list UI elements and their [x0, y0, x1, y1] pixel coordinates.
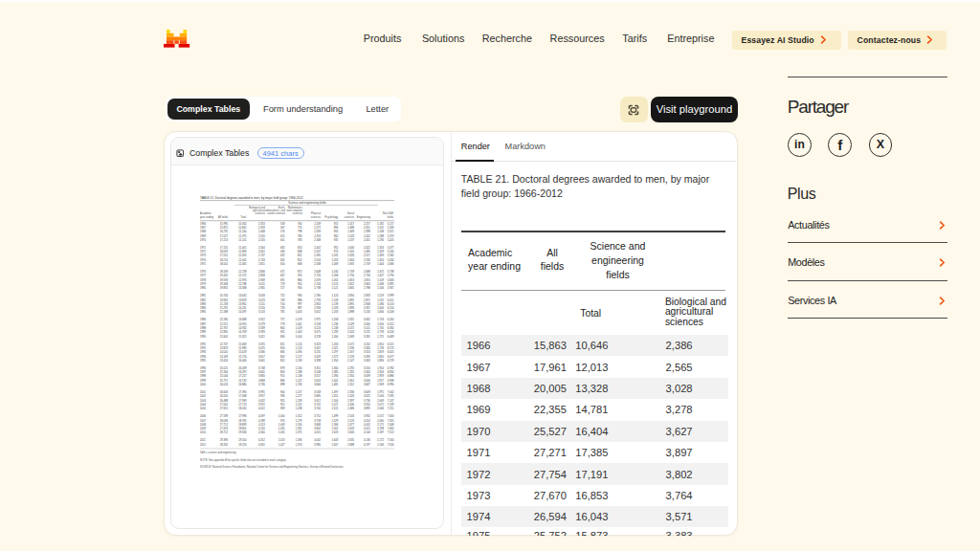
- svg-text:4,150: 4,150: [258, 427, 265, 430]
- svg-text:6,886: 6,886: [388, 374, 394, 378]
- svg-text:1,209: 1,209: [331, 306, 338, 310]
- svg-text:16,880: 16,880: [238, 383, 247, 386]
- svg-text:SOURCE: National Science Found: SOURCE: National Science Foundation, Nat…: [200, 465, 345, 469]
- svg-text:3,972: 3,972: [258, 403, 265, 407]
- svg-text:17,969: 17,969: [238, 399, 247, 403]
- svg-text:2005: 2005: [200, 407, 206, 410]
- svg-text:21,188: 21,188: [220, 310, 229, 314]
- svg-text:2,788: 2,788: [364, 286, 370, 290]
- svg-text:2,348: 2,348: [314, 238, 321, 242]
- svg-text:1,469: 1,469: [347, 230, 354, 233]
- svg-text:1,312: 1,312: [296, 414, 302, 418]
- svg-text:3,842: 3,842: [314, 427, 321, 430]
- svg-text:2,422: 2,422: [364, 246, 370, 250]
- svg-text:11,101: 11,101: [238, 238, 247, 242]
- svg-text:1971: 1971: [200, 246, 206, 250]
- svg-text:21,258: 21,258: [220, 302, 229, 306]
- svg-text:2,069: 2,069: [377, 399, 384, 403]
- svg-text:1,745: 1,745: [377, 326, 384, 330]
- svg-text:14,097: 14,097: [238, 310, 247, 314]
- svg-text:2,858: 2,858: [258, 274, 265, 277]
- svg-text:3,242: 3,242: [364, 342, 370, 346]
- svg-text:2003: 2003: [200, 399, 206, 403]
- svg-text:1985: 1985: [200, 310, 206, 314]
- svg-text:1997: 1997: [200, 370, 206, 374]
- svg-text:3,475: 3,475: [258, 346, 265, 350]
- svg-text:1,000: 1,000: [278, 414, 285, 418]
- svg-text:2,949: 2,949: [258, 278, 265, 282]
- svg-text:3,895: 3,895: [364, 407, 370, 410]
- svg-text:28,096: 28,096: [220, 419, 229, 423]
- svg-text:2,507: 2,507: [314, 250, 321, 253]
- svg-text:1978: 1978: [200, 278, 206, 282]
- svg-text:665: 665: [280, 258, 285, 262]
- svg-text:1,506: 1,506: [377, 286, 384, 290]
- svg-text:18,781: 18,781: [238, 419, 247, 423]
- svg-text:1,372: 1,372: [331, 355, 338, 359]
- svg-text:3,554: 3,554: [364, 366, 370, 370]
- svg-text:Total: Total: [240, 215, 246, 219]
- svg-text:24,020: 24,020: [220, 350, 229, 354]
- svg-text:3,062: 3,062: [364, 318, 370, 321]
- svg-text:4,113: 4,113: [258, 423, 265, 427]
- svg-text:3,429: 3,429: [314, 355, 321, 359]
- svg-text:2002: 2002: [200, 394, 206, 398]
- svg-text:2,523: 2,523: [347, 419, 354, 423]
- svg-text:1,227: 1,227: [296, 394, 302, 398]
- svg-text:19,831: 19,831: [220, 286, 229, 290]
- svg-text:1,515: 1,515: [331, 407, 338, 410]
- svg-text:2,780: 2,780: [314, 294, 321, 298]
- svg-text:14,848: 14,848: [238, 318, 247, 321]
- svg-text:3,360: 3,360: [364, 346, 370, 350]
- svg-text:4,015: 4,015: [314, 430, 321, 434]
- svg-text:3,351: 3,351: [314, 366, 321, 370]
- svg-text:2,947: 2,947: [364, 306, 370, 310]
- svg-text:1999: 1999: [200, 379, 206, 383]
- svg-text:26,500: 26,500: [220, 394, 229, 398]
- svg-text:13,368: 13,368: [238, 286, 247, 290]
- svg-text:3,736: 3,736: [364, 399, 370, 403]
- svg-text:sciences: sciences: [256, 211, 266, 215]
- svg-text:6,834: 6,834: [388, 370, 394, 374]
- svg-text:1,053: 1,053: [331, 258, 338, 262]
- svg-text:15,995: 15,995: [220, 222, 229, 226]
- svg-text:6,729: 6,729: [388, 359, 394, 363]
- svg-text:955: 955: [280, 399, 285, 403]
- svg-text:3,307: 3,307: [314, 346, 321, 350]
- svg-text:1,509: 1,509: [377, 278, 384, 282]
- svg-text:3,111: 3,111: [258, 302, 265, 306]
- svg-text:7,147: 7,147: [388, 399, 394, 403]
- svg-text:863: 863: [280, 370, 285, 374]
- svg-text:6,782: 6,782: [388, 366, 394, 370]
- svg-text:2,147: 2,147: [347, 359, 354, 363]
- svg-text:1,468: 1,468: [377, 282, 384, 286]
- svg-text:2008: 2008: [200, 423, 206, 427]
- svg-text:5,425: 5,425: [388, 238, 394, 242]
- svg-text:2,564: 2,564: [258, 246, 265, 250]
- svg-text:848: 848: [298, 262, 302, 266]
- svg-text:866: 866: [280, 350, 285, 354]
- svg-text:3,830: 3,830: [258, 374, 265, 378]
- svg-text:1968: 1968: [200, 230, 206, 233]
- svg-text:2,359: 2,359: [258, 226, 265, 230]
- svg-text:2,448: 2,448: [258, 230, 265, 233]
- svg-text:1,009: 1,009: [278, 423, 285, 427]
- svg-text:2,520: 2,520: [258, 234, 265, 238]
- svg-text:2,072: 2,072: [347, 342, 354, 346]
- svg-text:2,516: 2,516: [258, 238, 265, 242]
- svg-text:17,713: 17,713: [238, 403, 247, 407]
- svg-text:4,012: 4,012: [258, 407, 265, 410]
- svg-text:1993: 1993: [200, 350, 206, 354]
- svg-text:1,822: 1,822: [347, 282, 354, 286]
- svg-text:15,726: 15,726: [238, 355, 247, 359]
- svg-text:Science and engineering fields: Science and engineering fields: [288, 201, 326, 205]
- svg-text:18,801: 18,801: [238, 427, 247, 430]
- svg-text:1,130: 1,130: [296, 366, 302, 370]
- svg-text:16,735: 16,735: [220, 230, 229, 233]
- svg-text:1,606: 1,606: [377, 306, 384, 310]
- svg-text:894: 894: [334, 226, 339, 230]
- svg-text:1,504: 1,504: [331, 399, 338, 403]
- svg-text:2,066: 2,066: [377, 407, 384, 410]
- svg-text:632: 632: [280, 253, 285, 257]
- svg-text:2,743: 2,743: [258, 258, 265, 262]
